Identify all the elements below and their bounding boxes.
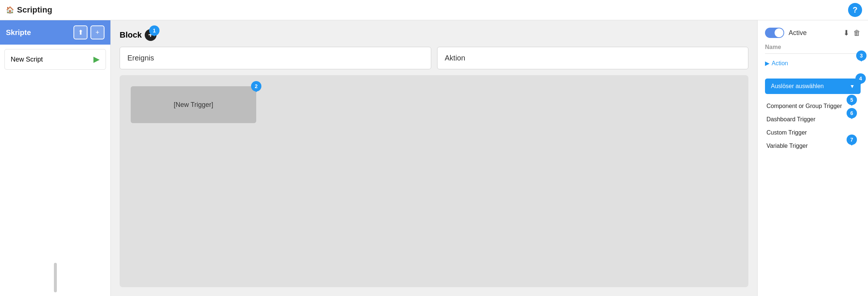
script-active-icon: ▶ [93, 55, 100, 64]
badge-6: 6 [847, 108, 857, 118]
trigger-area: [New Trigger] 2 [120, 75, 748, 287]
dropdown-list: Component or Group Trigger 5 Dashboard T… [765, 100, 861, 152]
badge-7: 7 [847, 135, 857, 145]
sidebar: Skripte ⬆ + New Script ▶ [0, 20, 111, 296]
center-panel: Block + 1 Ereignis Aktion [New Trigger] … [111, 20, 757, 296]
main-layout: Skripte ⬆ + New Script ▶ Block + 1 Ereig… [0, 20, 868, 296]
block-header: Block + 1 [120, 29, 748, 41]
select-trigger-button[interactable]: Auslöser auswählen ▼ [765, 79, 861, 94]
new-trigger-box[interactable]: [New Trigger] 2 [131, 86, 256, 123]
action-row[interactable]: ▶ Action [765, 60, 861, 67]
script-item-new-script[interactable]: New Script ▶ [4, 49, 106, 70]
sidebar-header-buttons: ⬆ + [73, 25, 104, 39]
dropdown-item-dashboard-trigger[interactable]: Dashboard Trigger 6 [765, 113, 861, 126]
select-trigger-label: Auslöser auswählen [771, 83, 824, 90]
new-trigger-label: [New Trigger] [174, 101, 213, 109]
toggle-knob [775, 28, 783, 37]
dropdown-item-variable-trigger[interactable]: Variable Trigger 7 [765, 140, 861, 152]
active-toggle[interactable] [765, 28, 784, 38]
action-box: Aktion [437, 47, 749, 69]
app-title: Scripting [17, 5, 52, 15]
sidebar-title: Skripte [6, 28, 31, 37]
home-icon: 🏠 [6, 6, 14, 14]
right-panel-icons: ⬇ 🗑 [843, 28, 861, 37]
badge-5: 5 [847, 95, 857, 105]
name-label: Name [765, 44, 861, 54]
upload-script-button[interactable]: ⬆ [73, 25, 88, 39]
event-action-row: Ereignis Aktion [120, 47, 748, 69]
dropdown-item-custom-trigger[interactable]: Custom Trigger [765, 126, 861, 139]
action-row-label: Action [772, 60, 788, 67]
badge-1: 1 [149, 25, 159, 36]
active-label: Active [789, 29, 807, 37]
sidebar-header: Skripte ⬆ + [0, 20, 110, 45]
badge-4: 4 [855, 73, 866, 84]
right-panel: Active ⬇ 🗑 Name ▶ Action 3 Auslöser ausw… [757, 20, 868, 296]
badge-3: 3 [856, 51, 867, 61]
delete-button[interactable]: 🗑 [853, 28, 861, 37]
badge-2: 2 [251, 81, 261, 91]
event-box: Ereignis [120, 47, 431, 69]
topbar: 🏠 Scripting ? [0, 0, 868, 20]
script-name: New Script [11, 56, 43, 63]
script-list: New Script ▶ [0, 45, 110, 259]
download-button[interactable]: ⬇ [843, 28, 850, 37]
chevron-right-icon: ▶ [765, 60, 769, 67]
block-label: Block [120, 30, 142, 40]
active-row: Active ⬇ 🗑 [765, 28, 861, 38]
add-script-button[interactable]: + [90, 25, 104, 39]
help-button[interactable]: ? [848, 3, 862, 17]
chevron-down-icon: ▼ [850, 83, 855, 89]
dropdown-item-component-trigger[interactable]: Component or Group Trigger 5 [765, 100, 861, 112]
sidebar-scrollbar[interactable] [54, 263, 57, 292]
